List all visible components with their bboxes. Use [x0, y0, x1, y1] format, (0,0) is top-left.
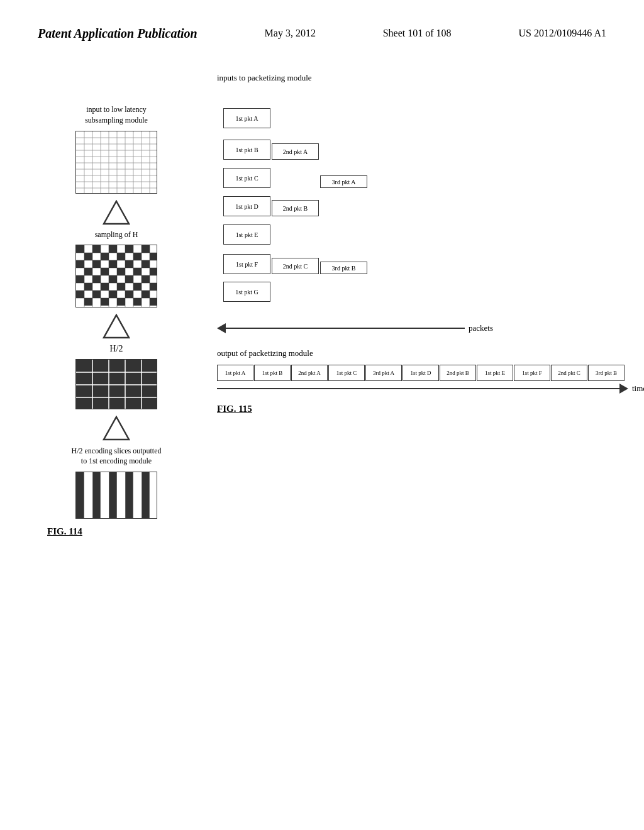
- svg-rect-92: [92, 397, 109, 409]
- svg-marker-75: [104, 315, 129, 338]
- svg-rect-58: [150, 298, 157, 306]
- svg-rect-91: [76, 397, 92, 409]
- pkt-1c: 1st pkt C: [223, 168, 270, 188]
- inputs-label: inputs to packetizing module: [217, 73, 644, 83]
- svg-rect-105: [92, 472, 101, 519]
- svg-marker-18: [104, 201, 129, 224]
- svg-rect-83: [109, 372, 125, 385]
- svg-rect-44: [84, 283, 92, 290]
- svg-rect-95: [142, 397, 157, 409]
- input-packets-diagram: 1st pkt A 1st pkt B 2nd pkt A 1st pkt C …: [223, 91, 644, 304]
- out-pkt-1b: 1st pkt B: [254, 365, 291, 381]
- svg-rect-19: [76, 245, 84, 253]
- time-arrow-head: [619, 384, 628, 394]
- svg-rect-39: [76, 275, 84, 283]
- svg-rect-20: [92, 245, 101, 253]
- svg-rect-80: [142, 360, 157, 372]
- fig114-label3: H/2: [110, 344, 123, 354]
- out-pkt-3b: 3rd pkt B: [588, 365, 625, 381]
- svg-rect-38: [150, 268, 157, 275]
- out-pkt-2b: 2nd pkt B: [440, 365, 476, 381]
- svg-rect-33: [142, 260, 150, 268]
- publication-date: May 3, 2012: [265, 25, 316, 39]
- arrow-left-head: [217, 323, 226, 333]
- patent-number: US 2012/0109446 A1: [518, 25, 606, 39]
- input-row-g: 1st pkt G: [223, 282, 270, 302]
- svg-rect-89: [125, 385, 142, 397]
- svg-marker-103: [104, 417, 129, 440]
- svg-rect-79: [125, 360, 142, 372]
- svg-rect-29: [76, 260, 84, 268]
- arrow-line: [226, 328, 465, 329]
- svg-rect-82: [92, 372, 109, 385]
- out-pkt-2a: 2nd pkt A: [291, 365, 328, 381]
- svg-rect-23: [142, 245, 150, 253]
- svg-rect-48: [150, 283, 157, 290]
- out-pkt-1c: 1st pkt C: [328, 365, 365, 381]
- svg-rect-86: [76, 385, 92, 397]
- arrow-up-3: [101, 416, 132, 443]
- pkt-3b-input: 3rd pkt B: [320, 262, 367, 274]
- svg-rect-88: [109, 385, 125, 397]
- out-pkt-1f: 1st pkt F: [514, 365, 550, 381]
- time-label: time: [632, 384, 644, 394]
- svg-rect-54: [84, 298, 92, 306]
- svg-rect-47: [133, 283, 142, 290]
- pkt-1d: 1st pkt D: [223, 196, 270, 216]
- pkt-1b: 1st pkt B: [223, 140, 270, 160]
- fig115-panel: inputs to packetizing module 1st pkt A 1…: [217, 67, 644, 796]
- fig114-label1: input to low latencysubsampling module: [85, 104, 148, 126]
- svg-rect-108: [142, 472, 150, 519]
- sheet-info: Sheet 101 of 108: [383, 25, 452, 39]
- svg-rect-32: [125, 260, 133, 268]
- svg-rect-40: [92, 275, 101, 283]
- svg-rect-78: [109, 360, 125, 372]
- svg-rect-93: [109, 397, 125, 409]
- header: Patent Application Publication May 3, 20…: [0, 0, 644, 54]
- fig114-grid-h2: [75, 359, 157, 409]
- pkt-empty: [272, 172, 319, 188]
- svg-rect-27: [133, 253, 142, 260]
- fig115-caption: FIG. 115: [217, 404, 644, 414]
- out-pkt-1a: 1st pkt A: [217, 365, 253, 381]
- svg-rect-35: [101, 268, 109, 275]
- svg-rect-87: [92, 385, 109, 397]
- input-row-b: 1st pkt B 2nd pkt A: [223, 140, 319, 160]
- out-pkt-3a: 3rd pkt A: [365, 365, 402, 381]
- svg-rect-85: [142, 372, 157, 385]
- svg-rect-26: [117, 253, 125, 260]
- pkt-2b: 2nd pkt B: [272, 200, 319, 216]
- svg-rect-56: [117, 298, 125, 306]
- page: Patent Application Publication May 3, 20…: [0, 0, 644, 830]
- svg-rect-57: [133, 298, 142, 306]
- svg-rect-104: [76, 472, 84, 519]
- output-row-1: 1st pkt A 1st pkt B 2nd pkt A 1st pkt C …: [217, 365, 644, 381]
- pkt-2c: 2nd pkt C: [272, 258, 319, 274]
- pkt-2a: 2nd pkt A: [272, 143, 319, 160]
- output-section: output of packetizing module 1st pkt A 1…: [217, 348, 644, 394]
- out-pkt-2c: 2nd pkt C: [551, 365, 587, 381]
- svg-rect-37: [133, 268, 142, 275]
- pkt-3a: 3rd pkt A: [320, 175, 367, 188]
- svg-rect-30: [92, 260, 101, 268]
- svg-rect-55: [101, 298, 109, 306]
- svg-rect-22: [125, 245, 133, 253]
- input-row-f: 1st pkt F 2nd pkt C 3rd pkt B: [223, 254, 367, 274]
- time-axis-line: [217, 388, 619, 390]
- publication-title: Patent Application Publication: [38, 25, 197, 42]
- fig114-grid-input: [75, 131, 157, 194]
- svg-rect-90: [142, 385, 157, 397]
- svg-rect-24: [84, 253, 92, 260]
- svg-rect-34: [84, 268, 92, 275]
- svg-rect-41: [109, 275, 117, 283]
- svg-rect-49: [76, 290, 84, 298]
- svg-rect-84: [125, 372, 142, 385]
- svg-rect-52: [125, 290, 133, 298]
- svg-rect-28: [150, 253, 157, 260]
- svg-rect-50: [92, 290, 101, 298]
- pkt-1g: 1st pkt G: [223, 282, 270, 302]
- svg-rect-46: [117, 283, 125, 290]
- input-row-e: 1st pkt E: [223, 224, 270, 245]
- fig114-panel: input to low latencysubsampling module: [35, 67, 198, 796]
- input-row-c: 1st pkt C 3rd pkt A: [223, 168, 367, 188]
